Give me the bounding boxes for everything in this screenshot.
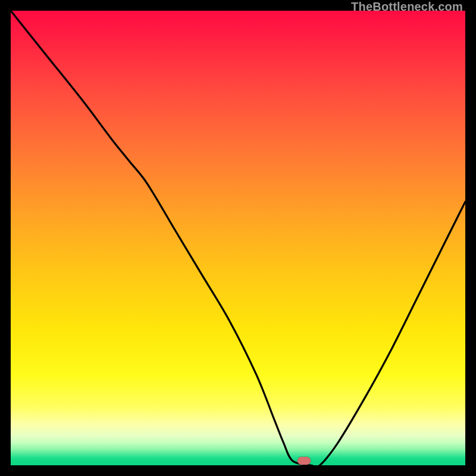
bottleneck-curve <box>11 11 465 465</box>
plot-area <box>11 11 465 465</box>
chart-frame: TheBottleneck.com <box>0 0 476 476</box>
optimal-marker <box>298 457 311 465</box>
watermark-text: TheBottleneck.com <box>351 0 463 14</box>
